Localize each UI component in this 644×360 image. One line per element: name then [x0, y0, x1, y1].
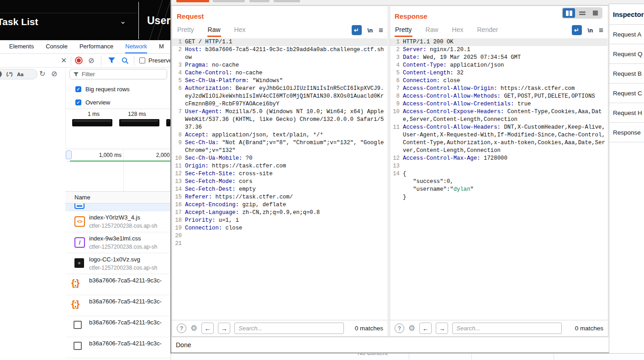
request-panel: Request PrettyRawHex ↵ \n ≡ 1GET / HTTP/…: [172, 5, 388, 337]
fetch-file-icon: {;}: [71, 299, 79, 309]
devtools-tab-network[interactable]: Network: [125, 40, 147, 53]
view-tab-hex[interactable]: Hex: [452, 23, 464, 37]
page-behind-strip: No Content: [171, 354, 644, 360]
filmstrip-thumbnail[interactable]: [166, 119, 170, 126]
network-request-row[interactable]: ✳logo-CC-1x0Vz.svgctfer-1257200238.cos.a…: [65, 253, 170, 274]
help-icon[interactable]: ?: [395, 323, 404, 333]
code-line: 3Pragma: no-cache: [172, 62, 387, 69]
block-icon[interactable]: ⊘: [51, 70, 57, 77]
layout-toggle-group: [562, 7, 602, 19]
code-line: 16Accept-Encoding: gzip, deflate: [172, 201, 387, 209]
search-options-pill: ✕ (.*) Aa: [0, 69, 37, 79]
code-line: 9Sec-Ch-Ua: "Not A(Brand";v="8", "Chromi…: [172, 139, 387, 155]
code-line: 6Authorization: Bearer eyJhbGciOiJIUzI1N…: [172, 85, 387, 108]
view-tab-hex[interactable]: Hex: [234, 23, 246, 37]
code-line: 20: [172, 232, 387, 240]
network-request-row[interactable]: b36a7606-7ca5-4211-9c3c-: [65, 337, 170, 358]
code-line: 7Access-Control-Allow-Origin: https://ta…: [390, 85, 607, 93]
request-raw-editor[interactable]: 1GET / HTTP/1.12Host: b36a7606-7ca5-4211…: [172, 38, 387, 319]
rows-layout-icon[interactable]: [576, 8, 588, 18]
prev-match-button[interactable]: ←: [419, 323, 432, 334]
view-tab-render[interactable]: Render: [477, 23, 499, 37]
devtools-tab-m[interactable]: M: [159, 40, 164, 53]
repeater-tab[interactable]: [249, 0, 269, 2]
search-input[interactable]: Search...: [452, 323, 562, 334]
regex-icon[interactable]: (.*): [6, 72, 12, 77]
overview-drag-handle[interactable]: [66, 151, 72, 159]
big-request-rows-label: Big request rows: [85, 86, 130, 93]
devtools-tab-elements[interactable]: Elements: [9, 40, 34, 53]
request-panel-title: Request: [177, 12, 204, 20]
network-request-row[interactable]: [65, 203, 170, 211]
view-tab-raw[interactable]: Raw: [425, 23, 439, 37]
code-line: 10Access-Control-Expose-Headers: Content…: [390, 108, 607, 124]
name-column-header[interactable]: Name: [65, 192, 170, 203]
overview-option[interactable]: ✓ Overview: [75, 98, 110, 107]
inspector-item[interactable]: Request H: [609, 103, 644, 123]
search-input[interactable]: Search...: [234, 323, 344, 334]
word-wrap-icon[interactable]: ↵: [572, 25, 582, 35]
word-wrap-icon[interactable]: ↵: [352, 25, 362, 35]
repeater-tab[interactable]: [274, 0, 300, 2]
record-icon[interactable]: [76, 57, 82, 63]
next-match-button[interactable]: →: [218, 323, 230, 334]
single-layout-icon[interactable]: [589, 8, 602, 18]
refresh-icon[interactable]: ↻: [39, 70, 45, 77]
inspector-item[interactable]: Response: [609, 123, 644, 142]
filmstrip-thumbnail[interactable]: [72, 119, 112, 126]
overview-label: Overview: [85, 99, 110, 106]
other-file-icon: [74, 321, 82, 329]
task-list-dropdown[interactable]: Task List: [0, 16, 38, 27]
match-case-icon[interactable]: Aa: [17, 72, 23, 77]
filter-funnel-icon[interactable]: [108, 57, 115, 63]
help-icon[interactable]: ?: [177, 323, 186, 333]
gear-icon[interactable]: ⚙: [190, 323, 197, 333]
prev-match-button[interactable]: ←: [201, 323, 214, 334]
show-newlines-icon[interactable]: \n: [588, 27, 593, 34]
funnel-icon: [74, 72, 79, 77]
request-domain: ctfer-1257200238.cos.ap-sh: [89, 244, 157, 250]
hamburger-menu-icon[interactable]: ≡: [379, 26, 383, 34]
request-name: index-Y0rlzW3_4.js: [89, 214, 140, 221]
network-request-row[interactable]: /index-9w3e1lml.cssctfer-1257200238.cos.…: [65, 232, 170, 253]
section-divider: [65, 109, 170, 109]
repeater-tab-active[interactable]: [176, 0, 209, 2]
code-line: 14{ "success":0, "username":"dylan" }: [390, 170, 607, 201]
inspector-item[interactable]: Request B: [609, 64, 644, 83]
view-tab-pretty[interactable]: Pretty: [177, 23, 195, 37]
network-request-row[interactable]: <>index-Y0rlzW3_4.jsctfer-1257200238.cos…: [65, 211, 170, 232]
repeater-tab[interactable]: [213, 0, 245, 2]
filter-input[interactable]: Filter: [69, 69, 167, 79]
next-match-button[interactable]: →: [436, 323, 448, 334]
network-request-row[interactable]: {;}b36a7606-7ca5-4211-9c3c-: [65, 274, 170, 295]
request-domain: ctfer-1257200238.cos.ap-sh: [89, 223, 157, 229]
show-newlines-icon[interactable]: \n: [368, 27, 373, 34]
chevron-down-icon[interactable]: ⌄: [120, 16, 126, 26]
filmstrip-thumbnail[interactable]: [119, 119, 159, 126]
inspector-item[interactable]: Request A: [609, 25, 644, 44]
hamburger-menu-icon[interactable]: ≡: [599, 26, 603, 34]
devtools-tab-console[interactable]: Console: [46, 40, 68, 53]
clear-search-icon[interactable]: ✕: [0, 71, 2, 78]
devtools-tab-performance[interactable]: Performance: [79, 40, 113, 53]
inspector-item[interactable]: Request Q: [609, 44, 644, 64]
view-tab-raw[interactable]: Raw: [207, 23, 221, 37]
preserve-log-checkbox[interactable]: [139, 57, 145, 63]
close-icon[interactable]: ✕: [61, 57, 67, 64]
browser-page-header: Task List ⌄ User: [0, 0, 170, 40]
clear-icon[interactable]: ⊘: [88, 57, 94, 64]
network-request-row[interactable]: b36a7606-7ca5-4211-9c3c-: [65, 316, 170, 337]
checkbox-checked-icon[interactable]: ✓: [75, 86, 81, 92]
checkbox-checked-icon[interactable]: ✓: [75, 99, 81, 105]
big-request-rows-option[interactable]: ✓ Big request rows: [75, 84, 130, 94]
search-icon[interactable]: [121, 57, 129, 64]
request-name: b36a7606-7ca5-4211-9c3c-: [89, 277, 162, 284]
network-request-row[interactable]: {;}b36a7606-7ca5-4211-9c3c-: [65, 295, 170, 316]
inspector-item[interactable]: Request C: [609, 83, 644, 103]
code-line: 13: [390, 162, 607, 170]
network-overview[interactable]: 1,000 ms 2,000 m: [65, 149, 170, 192]
view-tab-pretty[interactable]: Pretty: [395, 23, 412, 37]
columns-layout-icon[interactable]: [563, 8, 575, 18]
gear-icon[interactable]: ⚙: [408, 323, 415, 333]
response-pretty-viewer[interactable]: 1HTTP/1.1 200 OK2Server: nginx/1.20.13Da…: [390, 38, 607, 319]
